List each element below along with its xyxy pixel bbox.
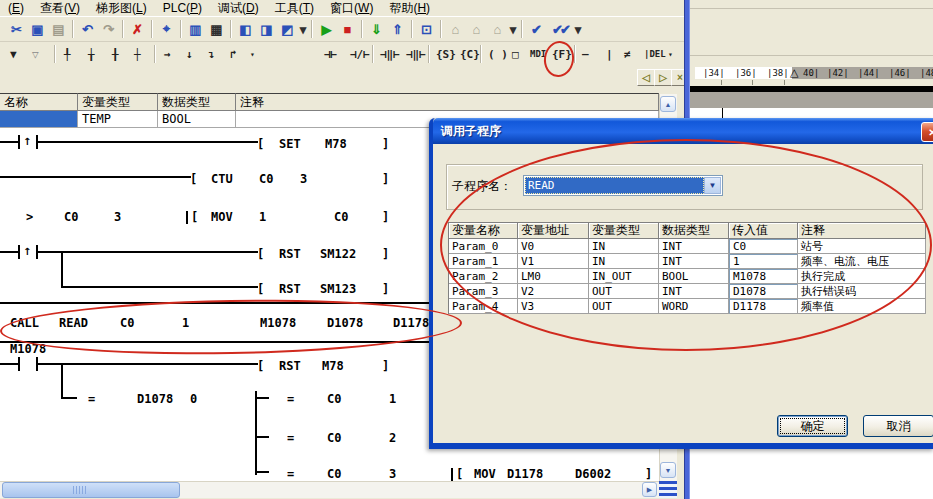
ladder-token[interactable]: ] bbox=[382, 172, 389, 186]
paste-icon[interactable]: ▤ bbox=[48, 19, 69, 39]
menu-debug[interactable]: 调试(D) bbox=[210, 0, 267, 17]
resize-grip[interactable] bbox=[659, 481, 677, 498]
download-to-plc-icon[interactable]: ⇓ bbox=[366, 19, 387, 39]
branch-vertical-icon[interactable]: ╂ bbox=[110, 44, 121, 64]
scroll-right-icon[interactable]: ▶ bbox=[642, 482, 657, 497]
contact-falling-icon[interactable]: ⊣‖⊢ bbox=[404, 44, 428, 64]
cancel-button[interactable]: 取消 bbox=[863, 415, 933, 437]
delete-element-icon[interactable]: |DEL bbox=[642, 44, 668, 64]
ladder-token[interactable]: [ bbox=[257, 359, 264, 373]
branch-down-icon[interactable]: ╁ bbox=[86, 44, 97, 64]
var-col-header-datatype[interactable]: 数据类型 bbox=[158, 93, 236, 111]
delete-icon[interactable]: ✗ bbox=[127, 19, 148, 39]
dialog-close-icon[interactable]: ✕ bbox=[921, 122, 933, 142]
nav-prev-icon[interactable]: ◁ bbox=[637, 69, 655, 86]
contact-no[interactable] bbox=[18, 357, 20, 371]
ladder-operand[interactable]: C0 bbox=[327, 467, 341, 481]
ladder-token[interactable]: [ bbox=[257, 137, 264, 151]
contact-rising-edge[interactable] bbox=[18, 245, 20, 259]
compare-operator[interactable]: = bbox=[287, 431, 294, 445]
wire-more-dropdown-icon[interactable]: ▾ bbox=[248, 44, 257, 64]
function-box-icon[interactable]: □ bbox=[510, 44, 521, 64]
ladder-token[interactable]: ] bbox=[645, 467, 652, 481]
run-icon[interactable]: ▶ bbox=[316, 19, 337, 39]
ladder-instruction[interactable]: CTU bbox=[211, 172, 233, 186]
var-col-header-comment[interactable]: 注释 bbox=[236, 93, 659, 111]
ladder-token[interactable]: [ bbox=[191, 210, 198, 224]
ladder-instruction[interactable]: MOV bbox=[474, 467, 496, 481]
ladder-operand[interactable]: C0 bbox=[327, 392, 341, 406]
var-cell-vartype[interactable]: TEMP bbox=[78, 111, 158, 128]
wire-corner-up-icon[interactable]: ↱ bbox=[228, 44, 239, 64]
view-pane-3-icon[interactable]: ◩ bbox=[277, 19, 298, 39]
ruler-marker-icon[interactable]: △ bbox=[790, 66, 798, 79]
arrow-down-hollow-icon[interactable]: ▽ bbox=[30, 44, 41, 64]
set-coil-icon[interactable]: {S} bbox=[434, 44, 458, 64]
view-more-dropdown-icon[interactable]: ▾ bbox=[298, 19, 308, 39]
monitor-icon[interactable]: ⊡ bbox=[416, 19, 437, 39]
wire-right-icon[interactable]: → bbox=[162, 44, 173, 64]
print-icon[interactable]: ▦ bbox=[206, 19, 227, 39]
menu-window[interactable]: 窗口(W) bbox=[322, 0, 381, 17]
ladder-operand[interactable]: C0 bbox=[327, 431, 341, 445]
check-more-dropdown-icon[interactable]: ▾ bbox=[573, 19, 583, 39]
ladder-operand[interactable]: M78 bbox=[322, 359, 344, 373]
wire-down-icon[interactable]: ↓ bbox=[184, 44, 195, 64]
ladder-operand[interactable]: 3 bbox=[114, 210, 121, 224]
cut-icon[interactable]: ✂ bbox=[6, 19, 27, 39]
compare-operator[interactable]: = bbox=[287, 467, 294, 481]
print-preview-icon[interactable]: ▥ bbox=[185, 19, 206, 39]
var-col-header-vartype[interactable]: 变量类型 bbox=[78, 93, 158, 111]
upload-from-plc-icon[interactable]: ⇑ bbox=[387, 19, 408, 39]
ladder-token[interactable]: ] bbox=[382, 359, 389, 373]
ladder-token[interactable]: ] bbox=[382, 210, 389, 224]
ladder-instruction[interactable]: SET bbox=[279, 137, 301, 151]
redo-icon[interactable]: ↷ bbox=[98, 19, 119, 39]
ladder-operand[interactable]: 1 bbox=[389, 392, 396, 406]
ladder-instruction[interactable]: MOV bbox=[211, 210, 233, 224]
menu-help[interactable]: 帮助(H) bbox=[381, 0, 438, 17]
ladder-token[interactable]: [ bbox=[190, 172, 197, 186]
view-pane-2-icon[interactable]: ◨ bbox=[256, 19, 277, 39]
find-icon[interactable]: ⌖ bbox=[156, 19, 177, 39]
menu-edit[interactable]: (E) bbox=[0, 1, 32, 15]
menu-view[interactable]: 查看(V) bbox=[32, 0, 88, 17]
scroll-up-icon[interactable]: ▲ bbox=[660, 96, 676, 112]
horizontal-scrollbar-thumb[interactable] bbox=[2, 482, 180, 498]
nav-next-icon[interactable]: ▷ bbox=[654, 69, 672, 86]
delete-more-dropdown-icon[interactable]: ▾ bbox=[666, 44, 675, 64]
ladder-token[interactable]: [ bbox=[257, 282, 264, 296]
ladder-instruction[interactable]: RST bbox=[279, 247, 301, 261]
hline-icon[interactable]: — bbox=[580, 44, 591, 64]
ladder-operand[interactable]: SM123 bbox=[320, 282, 356, 296]
menu-ladder[interactable]: 梯形图(L) bbox=[88, 0, 155, 17]
ladder-operand[interactable]: C0 bbox=[64, 210, 78, 224]
unlock-icon[interactable]: ⌂ bbox=[466, 19, 487, 39]
clear-coil-icon[interactable]: {C} bbox=[458, 44, 482, 64]
contact-no-icon[interactable]: ⊣⊢ bbox=[322, 44, 339, 64]
ladder-operand[interactable]: 2 bbox=[389, 431, 396, 445]
ladder-operand[interactable]: M78 bbox=[325, 137, 347, 151]
var-col-header-name[interactable]: 名称 bbox=[0, 93, 78, 111]
ladder-operand[interactable]: 0 bbox=[190, 392, 197, 406]
output-coil-icon[interactable]: ( ) bbox=[486, 44, 510, 64]
scroll-down-icon[interactable]: ▼ bbox=[660, 462, 676, 478]
stop-icon[interactable]: ■ bbox=[337, 19, 358, 39]
ok-button[interactable]: 确定 bbox=[777, 415, 848, 437]
delete-line-icon[interactable]: ≠ bbox=[622, 44, 633, 64]
ladder-token[interactable]: [ bbox=[456, 467, 463, 481]
lock-more-dropdown-icon[interactable]: ▾ bbox=[508, 19, 518, 39]
ladder-instruction[interactable]: RST bbox=[279, 282, 301, 296]
lock-all-icon[interactable]: ⌂ bbox=[487, 19, 508, 39]
branch-up-icon[interactable]: ╀ bbox=[62, 44, 73, 64]
ladder-operand[interactable]: 3 bbox=[389, 467, 396, 481]
lock-icon[interactable]: ⌂ bbox=[445, 19, 466, 39]
contact-rising-icon[interactable]: ⊣‖⊢ bbox=[378, 44, 402, 64]
check-icon[interactable]: ✔ bbox=[526, 19, 547, 39]
vline-icon[interactable]: | bbox=[604, 44, 615, 64]
arrow-down-filled-icon[interactable]: ▼ bbox=[8, 44, 19, 64]
ladder-token[interactable]: [ bbox=[257, 247, 264, 261]
check-all-icon[interactable]: ✔✔ bbox=[547, 19, 573, 39]
view-pane-1-icon[interactable]: ◧ bbox=[235, 19, 256, 39]
ladder-operand[interactable]: D6002 bbox=[575, 467, 611, 481]
